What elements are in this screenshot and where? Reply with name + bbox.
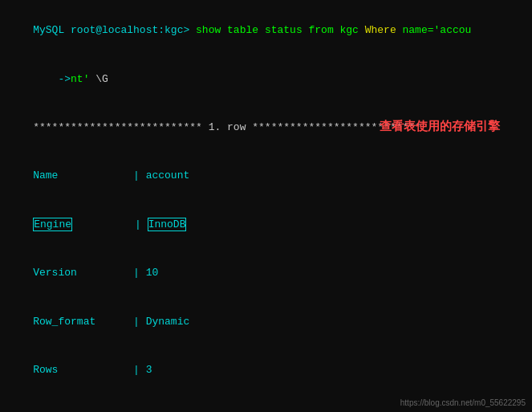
line-engine: Engine | InnoDB: [8, 201, 524, 249]
line-prompt1: MySQL root@localhost:kgc> show table sta…: [8, 6, 524, 55]
command-text: show table status from kgc: [189, 24, 364, 36]
line-version: Version | 10: [8, 249, 524, 297]
value-text: 'accou: [434, 24, 472, 36]
line-name: Name | account: [8, 152, 524, 200]
continuation-arrow: ->: [33, 73, 71, 85]
value-cont: nt': [71, 73, 89, 85]
field-version: Version | 10: [33, 267, 158, 279]
condition-text: name=: [396, 24, 434, 36]
annotation-text: 查看表使用的存储引擎: [380, 119, 500, 134]
field-rowformat: Row_format | Dynamic: [33, 316, 189, 328]
field-engine-key: Engine: [33, 218, 72, 231]
line-rows: Rows | 3: [8, 346, 524, 394]
field-engine-val: InnoDB: [148, 218, 187, 231]
where-keyword: Where: [365, 24, 396, 36]
prompt-prefix: MySQL root@localhost:kgc>: [33, 24, 189, 36]
separator-text: *************************** 1. row *****…: [33, 121, 421, 133]
line-rowformat: Row_format | Dynamic: [8, 298, 524, 346]
delimiter: \G: [89, 73, 108, 85]
line-continuation: ->nt' \G: [8, 55, 524, 103]
watermark-text: https://blog.csdn.net/m0_55622295: [400, 398, 526, 407]
field-rows: Rows | 3: [33, 364, 152, 376]
field-name: Name | account: [33, 169, 189, 182]
field-engine-sep: |: [72, 218, 148, 230]
terminal-window: MySQL root@localhost:kgc> show table sta…: [0, 0, 532, 412]
